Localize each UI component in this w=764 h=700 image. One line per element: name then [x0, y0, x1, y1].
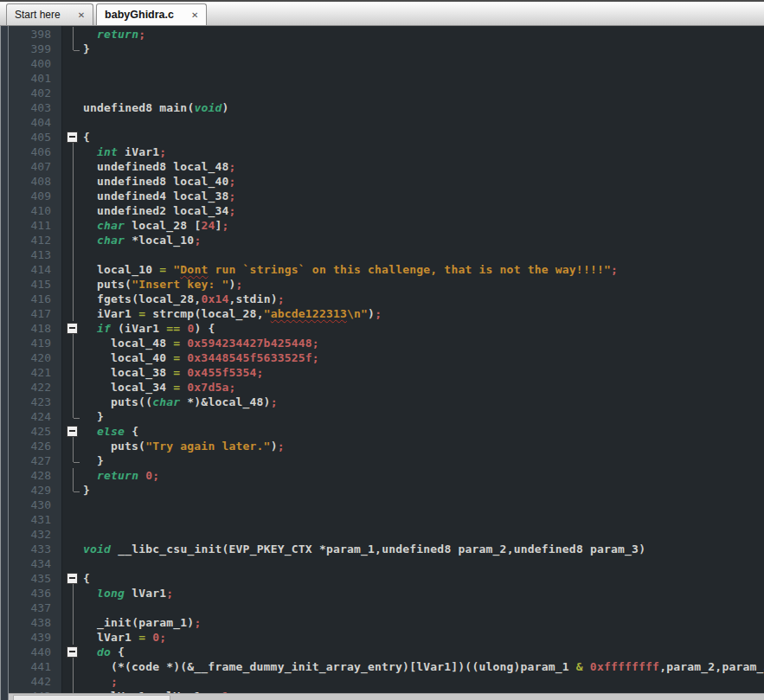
- fold-guide: [62, 674, 81, 689]
- code-line[interactable]: 438_init(param_1);: [9, 615, 764, 630]
- token-text: ;: [152, 469, 159, 482]
- token-number: 0x594234427b425448: [187, 337, 311, 350]
- token-text: ;: [229, 160, 236, 173]
- token-text: {: [83, 572, 90, 585]
- token-text: ): [229, 278, 236, 291]
- code-line[interactable]: 419local_48 = 0x594234427b425448;: [9, 336, 764, 350]
- line-number: 406: [9, 144, 62, 159]
- fold-guide: [62, 395, 81, 409]
- code-line[interactable]: 423puts((char *)&local_48);: [9, 395, 764, 409]
- fold-guide: [62, 615, 81, 630]
- code-line[interactable]: 432: [9, 527, 764, 542]
- code-text: char *local_10;: [81, 233, 201, 247]
- code-line[interactable]: 400: [9, 56, 764, 71]
- code-text: (*(code *)(&__frame_dummy_init_array_ent…: [81, 659, 764, 674]
- token-text: ,stdin): [229, 292, 278, 305]
- line-number: 407: [9, 159, 62, 174]
- fold-guide: [62, 439, 81, 453]
- scrollbar-thumb[interactable]: [13, 695, 170, 700]
- code-line[interactable]: 402: [9, 86, 764, 100]
- code-line[interactable]: 431: [9, 512, 764, 527]
- code-line[interactable]: 435{: [9, 571, 764, 586]
- line-number: 399: [9, 42, 62, 56]
- line-number: 425: [9, 424, 62, 439]
- code-line[interactable]: 421local_38 = 0x455f5354;: [9, 365, 764, 380]
- code-line[interactable]: 422local_34 = 0x7d5a;: [9, 380, 764, 395]
- fold-toggle-icon[interactable]: [62, 645, 81, 659]
- close-icon[interactable]: ✕: [78, 10, 85, 20]
- token-text: ;: [194, 234, 201, 247]
- code-line[interactable]: 409undefined4 local_38;: [9, 189, 764, 203]
- fold-guide: [62, 115, 81, 130]
- code-line[interactable]: 424}: [9, 409, 764, 424]
- fold-toggle-icon[interactable]: [62, 571, 81, 586]
- code-text: undefined8 local_40;: [81, 174, 236, 189]
- code-line[interactable]: 414local_10 = "Dont run `strings` on thi…: [9, 262, 764, 277]
- line-number: 410: [9, 203, 62, 218]
- token-number: 0x14: [201, 292, 228, 305]
- code-line[interactable]: 440do {: [9, 645, 764, 659]
- code-line[interactable]: 426puts("Try again later.");: [9, 439, 764, 453]
- code-line[interactable]: 416fgets(local_28,0x14,stdin);: [9, 292, 764, 306]
- fold-toggle-icon[interactable]: [62, 424, 81, 439]
- code-line[interactable]: 442;: [9, 674, 764, 689]
- code-line[interactable]: 398return;: [9, 27, 764, 42]
- code-text: {: [81, 130, 90, 144]
- code-line[interactable]: 429}: [9, 483, 764, 498]
- fold-guide: [62, 189, 81, 203]
- token-text: __libc_csu_init(EVP_PKEY_CTX *param_1,un…: [111, 543, 645, 556]
- code-line[interactable]: 434: [9, 556, 764, 571]
- code-line[interactable]: 407undefined8 local_48;: [9, 159, 764, 174]
- token-string: ": [264, 307, 271, 320]
- token-text: ;: [228, 381, 235, 394]
- code-text: {: [81, 571, 90, 586]
- close-icon[interactable]: ✕: [191, 10, 198, 20]
- code-line[interactable]: 436long lVar1;: [9, 586, 764, 600]
- line-number: 435: [9, 571, 62, 586]
- code-line[interactable]: 418if (iVar1 == 0) {: [9, 321, 764, 336]
- fold-toggle-icon[interactable]: [62, 130, 81, 144]
- code-text: iVar1 = strcmp(local_28,"abcde122313\n")…: [81, 306, 382, 321]
- code-line[interactable]: 420local_40 = 0x3448545f5633525f;: [9, 350, 764, 365]
- code-line[interactable]: 439lVar1 = 0;: [9, 630, 764, 645]
- code-line[interactable]: 417iVar1 = strcmp(local_28,"abcde122313\…: [9, 306, 764, 321]
- code-line[interactable]: 408undefined8 local_40;: [9, 174, 764, 189]
- line-number: 432: [9, 527, 62, 542]
- code-line[interactable]: 433void __libc_csu_init(EVP_PKEY_CTX *pa…: [9, 542, 764, 556]
- fold-guide: [62, 233, 81, 247]
- vertical-divider[interactable]: [0, 26, 9, 700]
- code-line[interactable]: 430: [9, 498, 764, 512]
- fold-guide: [62, 277, 81, 292]
- line-number: 422: [9, 380, 62, 395]
- line-number: 429: [9, 483, 62, 498]
- token-string: "Insert key: ": [132, 278, 228, 291]
- code-line[interactable]: 428return 0;: [9, 468, 764, 483]
- code-line[interactable]: 413: [9, 247, 764, 262]
- code-line[interactable]: 406int iVar1;: [9, 144, 764, 159]
- code-line[interactable]: 441(*(code *)(&__frame_dummy_init_array_…: [9, 659, 764, 674]
- tab-babyghidra-c[interactable]: babyGhidra.c ✕: [96, 3, 207, 25]
- code-line[interactable]: 412char *local_10;: [9, 233, 764, 247]
- fold-toggle-icon[interactable]: [62, 321, 81, 336]
- code-line[interactable]: 415puts("Insert key: ");: [9, 277, 764, 292]
- code-line[interactable]: 427}: [9, 453, 764, 468]
- code-line[interactable]: 399}: [9, 42, 764, 56]
- code-line[interactable]: 401: [9, 71, 764, 86]
- token-keyword: void: [194, 101, 221, 114]
- code-line[interactable]: 404: [9, 115, 764, 130]
- horizontal-scrollbar[interactable]: [9, 693, 764, 700]
- token-text: ): [368, 307, 375, 320]
- fold-guide: [62, 56, 81, 71]
- code-line[interactable]: 403undefined8 main(void): [9, 100, 764, 115]
- token-text: undefined4 local_38: [97, 189, 229, 202]
- code-line[interactable]: 405{: [9, 130, 764, 144]
- code-line[interactable]: 410undefined2 local_34;: [9, 203, 764, 218]
- tab-start-here[interactable]: Start here ✕: [6, 3, 93, 25]
- line-number: 424: [9, 409, 62, 424]
- token-text: *local_10: [125, 234, 194, 247]
- code-line[interactable]: 425else {: [9, 424, 764, 439]
- code-line[interactable]: 437: [9, 600, 764, 615]
- code-line[interactable]: 411char local_28 [24];: [9, 218, 764, 233]
- line-number: 415: [9, 277, 62, 292]
- code-text: ;: [81, 674, 118, 689]
